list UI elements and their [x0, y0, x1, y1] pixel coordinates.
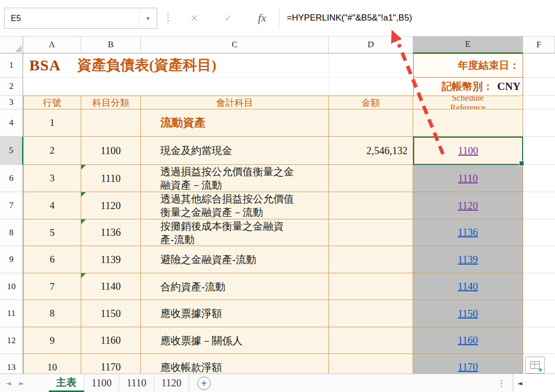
cell-schedule-link[interactable]: 1170: [413, 354, 523, 374]
selected-cell-e5[interactable]: 1100: [413, 137, 523, 165]
row-header-9[interactable]: 9: [0, 246, 23, 273]
row-header-8[interactable]: 8: [0, 219, 23, 246]
row-header-6[interactable]: 6: [0, 165, 23, 192]
cell-account-name[interactable]: 應收票據淨額: [141, 300, 329, 327]
formula-bar-handle-icon[interactable]: ⋮: [163, 12, 173, 23]
sheet-tab-1110[interactable]: 1110: [119, 374, 154, 392]
column-header-a[interactable]: A: [23, 36, 81, 53]
cell-line-number[interactable]: 6: [23, 246, 81, 273]
cell-account-code[interactable]: 1110: [81, 165, 141, 192]
cell-f[interactable]: [523, 192, 555, 219]
cell-line-number[interactable]: 3: [23, 165, 81, 192]
cell-account-name[interactable]: 應收帳款淨額: [141, 354, 329, 374]
sheet-tab-1120[interactable]: 1120: [154, 374, 189, 392]
row-header-12[interactable]: 12: [0, 327, 23, 354]
cell-schedule-link[interactable]: 1110: [413, 165, 523, 192]
column-header-c[interactable]: C: [141, 36, 329, 53]
cell-account-name[interactable]: 避險之金融資產-流動: [141, 246, 329, 273]
cell-f[interactable]: [523, 165, 555, 192]
sheet-hyperlink[interactable]: 1160: [458, 334, 478, 346]
column-header-f[interactable]: F: [523, 36, 555, 53]
new-sheet-button[interactable]: +: [197, 377, 211, 390]
cell-a2[interactable]: [23, 78, 329, 96]
cell-account-name[interactable]: 透過損益按公允價值衡量之金融資產－流動: [141, 165, 329, 192]
sheet-hyperlink[interactable]: 1140: [458, 281, 478, 292]
sheet-hyperlink[interactable]: 1100: [458, 145, 478, 157]
select-all-corner[interactable]: [0, 36, 23, 53]
sheet-hyperlink[interactable]: 1136: [458, 227, 478, 238]
cell-amount[interactable]: [329, 300, 413, 327]
horizontal-scrollbar[interactable]: ◄: [513, 374, 555, 392]
row-header-7[interactable]: 7: [0, 192, 23, 219]
cell-f[interactable]: [523, 137, 555, 165]
cell-f[interactable]: [523, 109, 555, 137]
cell-amount[interactable]: [329, 354, 413, 374]
name-box-dropdown[interactable]: ▼: [139, 8, 157, 28]
cell-f[interactable]: [523, 300, 555, 327]
row-header-4[interactable]: 4: [0, 109, 23, 137]
cell-f[interactable]: [523, 327, 555, 354]
cell-schedule-link[interactable]: 1160: [413, 327, 523, 354]
row-header-5[interactable]: 5: [0, 137, 23, 165]
cell-amount[interactable]: [329, 109, 413, 137]
cell-line-number[interactable]: 5: [23, 219, 81, 246]
cell-line-number[interactable]: 9: [23, 327, 81, 354]
column-header-b[interactable]: B: [81, 36, 141, 53]
cell-account-code[interactable]: 1100: [81, 137, 141, 165]
sheet-hyperlink[interactable]: 1110: [458, 173, 478, 184]
currency-cell[interactable]: 記帳幣別：CNY: [413, 78, 523, 96]
scroll-left-icon[interactable]: ◄: [517, 380, 522, 387]
row-header-11[interactable]: 11: [0, 300, 23, 327]
name-box[interactable]: E5 ▼: [4, 8, 157, 29]
formula-input[interactable]: =HYPERLINK("#"&B5&"!a1",B5): [287, 0, 412, 36]
quick-analysis-button[interactable]: +: [525, 357, 545, 374]
cell-d1[interactable]: [329, 53, 413, 78]
cell-f[interactable]: [523, 273, 555, 300]
cell-schedule-link[interactable]: 1150: [413, 300, 523, 327]
sheet-tab-主表[interactable]: 主表: [49, 374, 84, 392]
cell-line-number[interactable]: 1: [23, 109, 81, 137]
cell-account-name[interactable]: 流動資產: [141, 109, 329, 137]
cell-f1[interactable]: [523, 53, 555, 78]
fill-handle[interactable]: [519, 161, 524, 166]
cell-f[interactable]: [523, 219, 555, 246]
cell-amount[interactable]: [329, 192, 413, 219]
cell-line-number[interactable]: 8: [23, 300, 81, 327]
cell-line-number[interactable]: 4: [23, 192, 81, 219]
cell-amount[interactable]: 2,546,132: [329, 137, 413, 165]
cell-account-code[interactable]: [81, 109, 141, 137]
cell-f3[interactable]: [523, 96, 555, 109]
more-options-icon[interactable]: ⋮: [497, 378, 506, 388]
insert-function-button[interactable]: fx: [252, 9, 272, 27]
tab-scroll-right-icon[interactable]: ►: [19, 380, 24, 387]
column-header-d[interactable]: D: [329, 36, 413, 53]
row-header-2[interactable]: 2: [0, 78, 23, 96]
cell-schedule-link[interactable]: 1136: [413, 219, 523, 246]
cell-amount[interactable]: [329, 327, 413, 354]
cell-account-code[interactable]: 1170: [81, 354, 141, 374]
cell-account-code[interactable]: 1120: [81, 192, 141, 219]
sheet-hyperlink[interactable]: 1150: [458, 308, 478, 320]
cell-account-name[interactable]: 應收票據－關係人: [141, 327, 329, 354]
tab-scroll-left-icon[interactable]: ◄: [6, 380, 11, 387]
cell-f[interactable]: [523, 246, 555, 273]
cell-account-code[interactable]: 1139: [81, 246, 141, 273]
cell-schedule-link[interactable]: 1139: [413, 246, 523, 273]
cell-account-name[interactable]: 按攤銷後成本衡量之金融資產-流動: [141, 219, 329, 246]
cell-account-name[interactable]: 合約資產-流動: [141, 273, 329, 300]
cell-amount[interactable]: [329, 219, 413, 246]
cell-line-number[interactable]: 2: [23, 137, 81, 165]
sheet-tab-1100[interactable]: 1100: [84, 374, 119, 392]
sheet-hyperlink[interactable]: 1139: [458, 254, 478, 266]
cell-line-number[interactable]: 7: [23, 273, 81, 300]
row-header-3[interactable]: 3: [0, 96, 23, 109]
cell-account-name[interactable]: 透過其他綜合損益按公允價值衡量之金融資產－流動: [141, 192, 329, 219]
year-end-label-cell[interactable]: 年度結束日：: [413, 53, 523, 78]
cell-amount[interactable]: [329, 165, 413, 192]
column-header-e[interactable]: E: [413, 36, 523, 53]
cell-account-code[interactable]: 1160: [81, 327, 141, 354]
row-header-13[interactable]: 13: [0, 354, 23, 374]
cell-account-code[interactable]: 1150: [81, 300, 141, 327]
cell-amount[interactable]: [329, 273, 413, 300]
cell-d2[interactable]: [329, 78, 413, 96]
